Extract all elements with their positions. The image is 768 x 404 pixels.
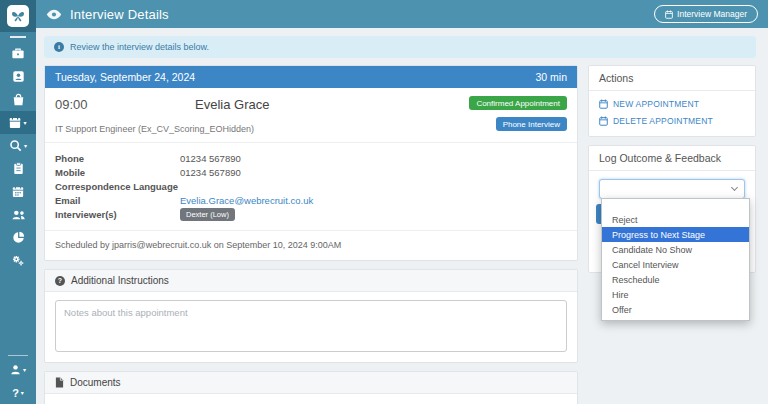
bag-icon bbox=[12, 93, 25, 106]
info-alert-text: Review the interview details below. bbox=[70, 42, 209, 52]
sidebar-item-search[interactable]: ▾ bbox=[0, 134, 36, 157]
phone-value: 01234 567890 bbox=[180, 153, 241, 164]
sidebar-item-interviews[interactable]: ▾ bbox=[0, 111, 36, 134]
document-icon bbox=[55, 377, 64, 388]
additional-instructions-card: ? Additional Instructions bbox=[44, 269, 578, 363]
sidebar-item-tasks[interactable] bbox=[0, 157, 36, 180]
sidebar-item-account[interactable]: ▾ bbox=[0, 358, 36, 381]
mobile-value: 01234 567890 bbox=[180, 167, 241, 178]
outcome-option-blank[interactable] bbox=[602, 201, 749, 212]
detail-row-mobile: Mobile 01234 567890 bbox=[55, 166, 567, 179]
outcome-dropdown: Reject Progress to Next Stage Candidate … bbox=[601, 198, 750, 321]
candidate-email-link[interactable]: Evelia.Grace@webrecruit.co.uk bbox=[180, 195, 313, 206]
chevron-down-icon: ▾ bbox=[23, 367, 26, 373]
eye-icon bbox=[46, 9, 62, 20]
app-logo[interactable] bbox=[0, 0, 36, 32]
sidebar-item-candidates[interactable] bbox=[0, 65, 36, 88]
sidebar-item-users[interactable] bbox=[0, 203, 36, 226]
delete-appointment-link[interactable]: DELETE APPOINTMENT bbox=[599, 116, 745, 126]
sidebar-item-calendar[interactable] bbox=[0, 180, 36, 203]
appointment-card: Tuesday, September 24, 2024 30 min 09:00… bbox=[44, 65, 578, 261]
page-title: Interview Details bbox=[70, 7, 169, 22]
appointment-summary: 09:00 Evelia Grace Confirmed Appointment… bbox=[45, 88, 577, 142]
outcome-option-progress[interactable]: Progress to Next Stage bbox=[602, 227, 749, 242]
appointment-date-header: Tuesday, September 24, 2024 30 min bbox=[45, 66, 577, 88]
sidebar: ▾ ▾ ▾ ? ▾ bbox=[0, 0, 36, 404]
chevron-down-icon: ▾ bbox=[21, 390, 24, 396]
actions-card: Actions NEW APPOINTMENT DELETE APPOINTME… bbox=[588, 65, 756, 137]
sidebar-item-jobs[interactable] bbox=[0, 88, 36, 111]
outcome-option-reschedule[interactable]: Reschedule bbox=[602, 272, 749, 287]
sidebar-item-settings[interactable] bbox=[0, 249, 36, 272]
question-icon: ? bbox=[55, 276, 65, 286]
calendar-icon bbox=[665, 10, 673, 19]
sidebar-item-help[interactable]: ? ▾ bbox=[0, 381, 36, 404]
users-icon bbox=[11, 209, 26, 221]
interviewer-badge: Dexter (Low) bbox=[180, 208, 235, 221]
sidebar-divider bbox=[8, 355, 28, 356]
log-outcome-card: Log Outcome & Feedback Reject Progress t… bbox=[588, 145, 756, 273]
chevron-down-icon: ▾ bbox=[23, 120, 26, 126]
search-icon bbox=[9, 139, 22, 152]
help-icon: ? bbox=[12, 387, 19, 399]
appointment-notes-input[interactable] bbox=[55, 300, 567, 352]
actions-title: Actions bbox=[589, 66, 755, 91]
butterfly-logo-icon bbox=[7, 5, 29, 27]
new-appointment-link[interactable]: NEW APPOINTMENT bbox=[599, 99, 745, 109]
appointment-date: Tuesday, September 24, 2024 bbox=[55, 71, 195, 83]
outcome-option-cancel[interactable]: Cancel Interview bbox=[602, 257, 749, 272]
calendar-icon bbox=[12, 185, 24, 198]
clipboard-icon bbox=[13, 162, 24, 175]
documents-card: Documents No Documents bbox=[44, 371, 578, 404]
additional-instructions-header: ? Additional Instructions bbox=[45, 270, 577, 292]
id-card-icon bbox=[12, 70, 25, 83]
outcome-option-hire[interactable]: Hire bbox=[602, 287, 749, 302]
calendar-plus-icon bbox=[599, 99, 608, 109]
calendar-dropdown-icon bbox=[9, 116, 21, 129]
calendar-minus-icon bbox=[599, 116, 608, 126]
sidebar-item-reports[interactable] bbox=[0, 226, 36, 249]
info-icon: i bbox=[54, 42, 64, 52]
chevron-down-icon: ▾ bbox=[24, 143, 27, 149]
appointment-duration: 30 min bbox=[535, 71, 567, 83]
interview-type-badge: Phone Interview bbox=[496, 117, 567, 131]
detail-row-interviewers: Interviewer(s) Dexter (Low) bbox=[55, 208, 567, 221]
pie-chart-icon bbox=[12, 231, 25, 244]
documents-empty-text: No Documents bbox=[45, 394, 577, 404]
info-alert: i Review the interview details below. bbox=[44, 36, 756, 58]
sidebar-item-briefcase[interactable] bbox=[0, 42, 36, 65]
candidate-name: Evelia Grace bbox=[195, 97, 269, 112]
contact-details: Phone 01234 567890 Mobile 01234 567890 C… bbox=[45, 142, 577, 230]
settings-gears-icon bbox=[11, 254, 25, 267]
outcome-select[interactable] bbox=[599, 179, 745, 199]
log-outcome-title: Log Outcome & Feedback bbox=[589, 146, 755, 171]
briefcase-icon bbox=[11, 47, 25, 60]
logo-divider bbox=[10, 36, 26, 38]
documents-header: Documents bbox=[45, 372, 577, 394]
chevron-down-icon bbox=[731, 184, 738, 191]
detail-row-language: Correspondence Language bbox=[55, 180, 567, 193]
detail-row-email: Email Evelia.Grace@webrecruit.co.uk bbox=[55, 194, 567, 207]
content-area: i Review the interview details below. Tu… bbox=[36, 28, 768, 404]
topbar: Interview Details Interview Manager bbox=[36, 0, 768, 28]
scheduled-by-text: Scheduled by jparris@webrecruit.co.uk on… bbox=[45, 230, 577, 260]
user-icon bbox=[10, 364, 21, 375]
outcome-option-no-show[interactable]: Candidate No Show bbox=[602, 242, 749, 257]
outcome-option-offer[interactable]: Offer bbox=[602, 302, 749, 317]
outcome-option-reject[interactable]: Reject bbox=[602, 212, 749, 227]
detail-row-phone: Phone 01234 567890 bbox=[55, 152, 567, 165]
interview-manager-button[interactable]: Interview Manager bbox=[654, 5, 758, 23]
status-badge: Confirmed Appointment bbox=[469, 96, 567, 110]
